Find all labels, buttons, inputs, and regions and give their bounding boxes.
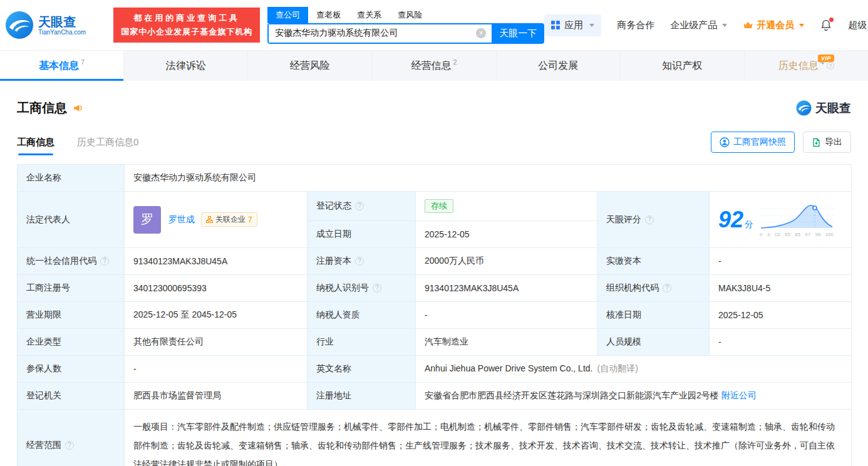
tab-basic-info[interactable]: 基本信息7 (0, 51, 124, 81)
brand-domain: TianYanCha.com (38, 29, 86, 36)
brand-watermark: 天眼查 (796, 100, 851, 116)
subtab-business-info[interactable]: 工商信息 (17, 137, 54, 155)
help-icon[interactable] (65, 441, 74, 450)
field-label-score: 天眼评分 (597, 192, 710, 248)
reg-status-cell: 存续 (416, 192, 597, 221)
field-label-insured-count: 参保人数 (18, 356, 125, 383)
industry-value: 汽车制造业 (416, 329, 597, 356)
menu-super-vip[interactable]: 超级... (848, 19, 868, 31)
menu-business-cooperation[interactable]: 商务合作 (617, 19, 654, 31)
company-section-tabs: 基本信息7 法律诉讼 经营风险 经营信息2 公司发展 知识产权 历史信息4 VI… (0, 50, 868, 81)
taxpayer-quality-value: - (416, 302, 597, 329)
notification-dot (829, 18, 834, 22)
help-icon[interactable] (645, 215, 654, 224)
score-chart: 03 1555 8597 99100 (760, 202, 834, 237)
tab-history-info[interactable]: 历史信息4 VIP (745, 51, 868, 81)
credit-code-value: 91340123MAK3J8U45A (125, 248, 307, 275)
related-companies-badge[interactable]: 关联企业 7 (201, 212, 257, 227)
tianyancha-logo[interactable]: 天眼查 TianYanCha.com (5, 11, 86, 39)
tab-legal-proceedings[interactable]: 法律诉讼 (124, 51, 248, 81)
field-label-business-term: 营业期限 (18, 302, 125, 329)
approval-date-value: 2025-12-05 (710, 302, 852, 329)
score-axis-ticks: 03 1555 8597 99100 (760, 232, 834, 237)
main-content: 工商信息 天眼查 工商信息 历史工商信息0 (0, 100, 868, 466)
help-icon[interactable] (663, 284, 671, 293)
chevron-down-icon (799, 24, 804, 27)
search-tabs: 查公司 查老板 查关系 查风险 (267, 7, 544, 23)
brand-name: 天眼查 (38, 15, 86, 29)
tab-operating-risk[interactable]: 经营风险 (248, 51, 372, 81)
menu-enterprise-products[interactable]: 企业级产品 (670, 19, 727, 31)
company-name-value: 安徽杰华动力驱动系统有限公司 (125, 165, 852, 192)
field-label-english-name: 英文名称 (307, 356, 416, 383)
status-badge: 存续 (425, 199, 453, 213)
export-icon (812, 138, 821, 147)
field-label-staff-size: 人员规模 (597, 329, 710, 356)
nearby-companies-link[interactable]: 附近公司 (721, 390, 757, 400)
eye-logo-icon (796, 100, 812, 116)
legal-rep-link[interactable]: 罗世成 (168, 214, 195, 225)
tab-company-development[interactable]: 公司发展 (497, 51, 621, 81)
crown-icon (743, 21, 753, 29)
search-tab-company[interactable]: 查公司 (267, 7, 308, 23)
tab-business-info[interactable]: 经营信息2 (372, 51, 496, 81)
help-icon[interactable] (827, 62, 834, 70)
reg-authority-value: 肥西县市场监督管理局 (125, 383, 307, 410)
company-type-value: 其他有限责任公司 (125, 329, 307, 356)
business-scope-value: 一般项目：汽车零部件及配件制造；供应链管理服务；机械零件、零部件加工；电机制造；… (125, 410, 852, 466)
menu-open-vip[interactable]: 开通会员 (743, 19, 804, 31)
field-label-company-name: 企业名称 (18, 165, 125, 192)
megaphone-icon[interactable] (73, 103, 83, 113)
tab-count: 2 (453, 58, 457, 66)
search-tab-boss[interactable]: 查老板 (308, 7, 349, 23)
subtab-history-business-info[interactable]: 历史工商信息0 (77, 137, 138, 155)
export-button[interactable]: 导出 (803, 132, 851, 153)
apps-menu-button[interactable]: 应用 (544, 14, 601, 36)
field-label-reg-capital: 注册资本 (307, 248, 416, 275)
avatar[interactable]: 罗 (133, 206, 161, 234)
watermark-text: 天眼查 (815, 100, 851, 116)
apps-label: 应用 (564, 19, 583, 31)
help-icon[interactable] (100, 257, 109, 266)
tab-count: 7 (81, 58, 85, 66)
org-chart-icon (206, 216, 213, 223)
field-label-reg-status: 登记状态 (307, 192, 416, 221)
promo-banner: 都在用的商业查询工具 国家中小企业发展子基金旗下机构 (113, 8, 260, 43)
notification-bell-icon[interactable] (820, 19, 832, 31)
official-snapshot-button[interactable]: 工商官网快照 (711, 132, 795, 153)
field-label-taxpayer-quality: 纳税人资质 (307, 302, 416, 329)
search-tab-risk[interactable]: 查风险 (390, 7, 430, 23)
search-area: 查公司 查老板 查关系 查风险 × 天眼一下 (267, 7, 544, 44)
chevron-down-icon (589, 24, 594, 27)
field-label-credit-code: 统一社会信用代码 (18, 248, 125, 275)
legal-rep-cell: 罗 罗世成 关联企业 7 (125, 192, 307, 248)
english-name-value: Anhui Jiehua Power Drive System Co., Ltd… (425, 363, 592, 373)
search-input[interactable] (269, 24, 492, 43)
help-icon[interactable] (355, 202, 364, 210)
establish-date-value: 2025-12-05 (416, 221, 597, 248)
score-unit: 分 (745, 219, 753, 229)
insured-count-value: - (125, 356, 307, 383)
score-curve (760, 202, 834, 229)
field-label-approval-date: 核准日期 (597, 302, 710, 329)
chevron-down-icon (722, 24, 727, 27)
org-code-value: MAK3J8U4-5 (710, 275, 852, 302)
section-title: 工商信息 (17, 100, 67, 116)
taxpayer-id-value: 91340123MAK3J8U45A (416, 275, 597, 302)
score-cell: 92分 03 (710, 192, 852, 248)
score-value: 92 (718, 207, 743, 232)
auto-translate-note: (自动翻译) (597, 363, 638, 373)
field-label-paid-capital: 实缴资本 (597, 248, 710, 275)
field-label-reg-number: 工商注册号 (18, 275, 125, 302)
search-button[interactable]: 天眼一下 (492, 23, 544, 44)
search-tab-relation[interactable]: 查关系 (349, 7, 390, 23)
help-icon[interactable] (373, 284, 381, 293)
help-icon[interactable] (355, 257, 364, 266)
reg-number-value: 340123000695393 (125, 275, 307, 302)
business-term-value: 2025-12-05 至 2045-12-05 (125, 302, 307, 329)
field-label-business-scope: 经营范围 (18, 410, 125, 466)
promo-line-2: 国家中小企业发展子基金旗下机构 (121, 26, 252, 38)
field-label-reg-address: 注册地址 (307, 383, 416, 410)
top-menu: 应用 商务合作 企业级产品 开通会员 超级... (544, 14, 868, 36)
tab-intellectual-property[interactable]: 知识产权 (621, 51, 745, 81)
